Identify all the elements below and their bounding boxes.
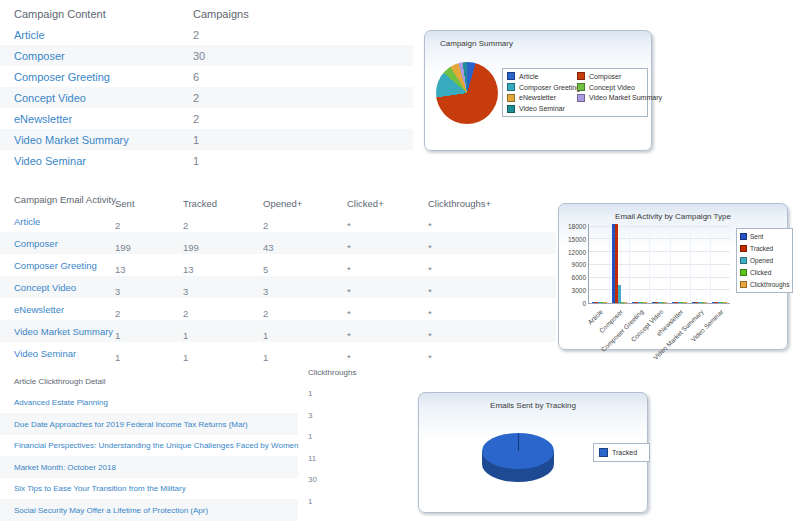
y-axis-tick: 12000 <box>568 249 586 256</box>
column-header: Opened+ <box>263 198 302 209</box>
cell-value: 1 <box>193 155 199 167</box>
row-link[interactable]: Composer Greeting <box>14 71 110 83</box>
legend-swatch <box>507 105 515 113</box>
gridline-vertical <box>609 224 610 303</box>
column-header: Clickthroughs+ <box>428 198 491 209</box>
cell-value: 2 <box>183 220 188 231</box>
row-link[interactable]: eNewsletter <box>14 113 72 125</box>
cell-value: 1 <box>183 330 188 341</box>
legend-label: eNewsletter <box>519 94 556 101</box>
clickthrough-detail-header: Article Clickthrough Detail Clickthrough… <box>0 370 375 392</box>
table-row: Composer30 <box>0 45 413 66</box>
legend-label: Composer Greeting <box>519 84 580 91</box>
legend-label: Clicked <box>750 269 771 276</box>
email-activity-header: Campaign Email Activity SentTrackedOpene… <box>0 188 556 210</box>
cell-value: 11 <box>308 453 316 462</box>
email-activity-bar-plot: 0300060009000120001500018000ArticleCompo… <box>588 224 730 304</box>
legend-label: Clickthroughs <box>750 281 789 288</box>
row-link[interactable]: Concept Video <box>14 282 76 293</box>
gridline <box>589 277 730 278</box>
cell-value: 2 <box>263 220 268 231</box>
legend-item: eNewsletter <box>507 94 577 102</box>
bar <box>618 285 621 303</box>
row-link[interactable]: Article <box>14 216 40 227</box>
report-page: Campaign Content Campaigns Article2Compo… <box>0 0 800 523</box>
row-link[interactable]: Market Month: October 2018 <box>14 462 116 471</box>
table-row: Six Tips to Ease Your Transition from th… <box>0 478 375 500</box>
tracking-legend: Tracked <box>593 443 650 462</box>
cell-value: 2 <box>193 92 199 104</box>
bar <box>724 302 727 303</box>
row-link[interactable]: Video Market Summary <box>14 134 129 146</box>
cell-value: 1 <box>263 352 268 363</box>
cell-value: 1 <box>115 330 120 341</box>
cell-value: * <box>347 352 351 363</box>
legend-swatch <box>507 83 515 91</box>
campaign-summary-chart-title: Campaign Summary <box>440 39 513 48</box>
row-link[interactable]: Financial Perspectives: Understanding th… <box>14 441 298 450</box>
column-header: Clicked+ <box>347 198 384 209</box>
cell-value: 6 <box>193 71 199 83</box>
row-link[interactable]: Concept Video <box>14 92 86 104</box>
legend-item: Sent <box>740 233 789 240</box>
row-link[interactable]: eNewsletter <box>14 304 64 315</box>
row-link[interactable]: Composer <box>14 50 65 62</box>
table-row: Video Market Summary111** <box>0 320 556 342</box>
gridline-vertical <box>649 224 650 303</box>
email-activity-chart-panel: Email Activity by Campaign Type 03000600… <box>558 203 788 350</box>
table-row: Video Seminar1 <box>0 150 413 171</box>
email-activity-chart-title: Email Activity by Campaign Type <box>559 212 787 221</box>
table-row: Article222** <box>0 210 556 232</box>
table-row: Advanced Estate Planning1 <box>0 392 375 414</box>
row-link[interactable]: Advanced Estate Planning <box>14 398 108 407</box>
legend-label: Composer <box>589 73 621 80</box>
cell-value: * <box>428 264 432 275</box>
cell-value: * <box>347 242 351 253</box>
cell-value: * <box>428 352 432 363</box>
legend-label: Article <box>519 73 538 80</box>
row-link[interactable]: Due Date Approaches for 2019 Federal Inc… <box>14 419 248 428</box>
clickthrough-detail-table: Article Clickthrough Detail Clickthrough… <box>0 370 375 521</box>
legend-swatch <box>577 83 585 91</box>
cell-value: 43 <box>263 242 274 253</box>
row-link[interactable]: Six Tips to Ease Your Transition from th… <box>14 484 186 493</box>
table-row: Video Market Summary1 <box>0 129 413 150</box>
gridline-vertical <box>690 224 691 303</box>
gridline <box>589 226 730 227</box>
legend-swatch <box>577 94 585 102</box>
cell-value: 2 <box>183 308 188 319</box>
cell-value: 1 <box>115 352 120 363</box>
cell-value: 1 <box>183 352 188 363</box>
row-link[interactable]: Article <box>14 29 45 41</box>
row-link[interactable]: Video Seminar <box>14 155 86 167</box>
gridline-vertical <box>629 224 630 303</box>
row-link[interactable]: Social Security May Offer a Lifetime of … <box>14 505 208 514</box>
gridline <box>589 289 730 290</box>
cell-value: * <box>347 220 351 231</box>
row-link[interactable]: Composer <box>14 238 58 249</box>
legend-swatch <box>740 245 747 252</box>
cell-value: 199 <box>115 242 131 253</box>
legend-swatch <box>599 448 608 457</box>
cell-value: 1 <box>193 134 199 146</box>
row-link[interactable]: Video Seminar <box>14 348 76 359</box>
bar <box>664 302 667 303</box>
cell-value: 3 <box>308 410 312 419</box>
y-axis-tick: 6000 <box>572 274 586 281</box>
cell-value: 2 <box>115 220 120 231</box>
table-row: Concept Video333** <box>0 276 556 298</box>
email-activity-table: Campaign Email Activity SentTrackedOpene… <box>0 188 556 364</box>
cell-value: * <box>428 330 432 341</box>
column-header: Sent <box>115 198 135 209</box>
cell-value: 2 <box>193 29 199 41</box>
gridline <box>589 238 730 239</box>
row-link[interactable]: Video Market Summary <box>14 326 113 337</box>
table-row: Composer Greeting6 <box>0 66 413 87</box>
row-link[interactable]: Composer Greeting <box>14 260 97 271</box>
cell-value: 2 <box>193 113 199 125</box>
table-row: Market Month: October 201811 <box>0 456 375 478</box>
legend-swatch <box>740 281 747 288</box>
clickthrough-detail-title: Article Clickthrough Detail <box>14 376 106 385</box>
bar <box>604 302 607 303</box>
legend-swatch <box>740 233 747 240</box>
